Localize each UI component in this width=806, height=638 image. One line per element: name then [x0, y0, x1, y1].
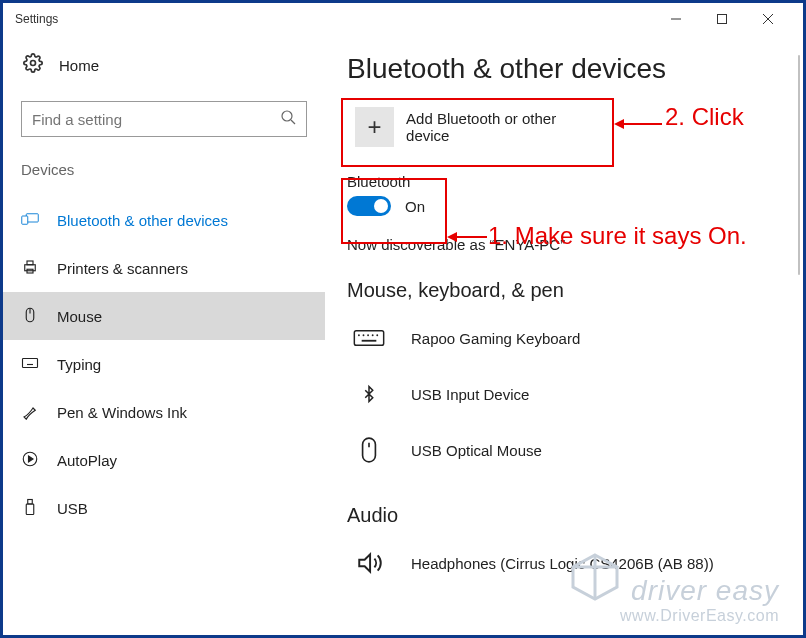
svg-marker-33	[359, 554, 370, 571]
nav-item-autoplay[interactable]: AutoPlay	[3, 436, 325, 484]
device-label: USB Optical Mouse	[411, 442, 542, 459]
main-content: Bluetooth & other devices + Add Bluetoot…	[325, 35, 803, 635]
device-list-input: Rapoo Gaming Keyboard USB Input Device U…	[347, 310, 781, 478]
bluetooth-label: Bluetooth	[347, 173, 781, 190]
printer-icon	[21, 258, 39, 279]
search-icon	[280, 109, 296, 129]
add-device-label: Add Bluetooth or other device	[406, 110, 599, 144]
device-list-audio: Headphones (Cirrus Logic CS4206B (AB 88)…	[347, 535, 781, 591]
minimize-button[interactable]	[653, 3, 699, 35]
window-title: Settings	[15, 12, 58, 26]
nav-item-usb[interactable]: USB	[3, 484, 325, 532]
nav-label: Pen & Windows Ink	[57, 404, 187, 421]
scrollbar[interactable]	[798, 55, 800, 275]
titlebar: Settings	[3, 3, 803, 35]
device-item[interactable]: Rapoo Gaming Keyboard	[347, 310, 781, 366]
svg-marker-21	[29, 456, 34, 462]
svg-rect-1	[718, 15, 727, 24]
bluetooth-state: On	[405, 198, 425, 215]
nav-list: Bluetooth & other devices Printers & sca…	[3, 196, 325, 532]
section-mouse-heading: Mouse, keyboard, & pen	[347, 279, 781, 302]
svg-rect-8	[22, 216, 28, 224]
bluetooth-icon	[351, 380, 387, 408]
bluetooth-toggle[interactable]	[347, 196, 391, 216]
nav-label: Bluetooth & other devices	[57, 212, 228, 229]
nav-item-printers[interactable]: Printers & scanners	[3, 244, 325, 292]
bluetooth-devices-icon	[21, 210, 39, 231]
home-button[interactable]: Home	[3, 35, 325, 95]
svg-rect-14	[23, 358, 38, 367]
nav-item-bluetooth[interactable]: Bluetooth & other devices	[3, 196, 325, 244]
maximize-button[interactable]	[699, 3, 745, 35]
nav-label: USB	[57, 500, 88, 517]
svg-point-4	[31, 61, 36, 66]
nav-label: Printers & scanners	[57, 260, 188, 277]
add-device-button[interactable]: + Add Bluetooth or other device	[347, 99, 607, 155]
section-header: Devices	[3, 161, 325, 196]
toggle-knob	[374, 199, 388, 213]
svg-line-6	[291, 120, 295, 124]
device-item[interactable]: USB Input Device	[347, 366, 781, 422]
svg-rect-22	[28, 499, 33, 504]
mouse-icon	[21, 306, 39, 327]
home-label: Home	[59, 57, 99, 74]
close-button[interactable]	[745, 3, 791, 35]
device-item[interactable]: Headphones (Cirrus Logic CS4206B (AB 88)…	[347, 535, 781, 591]
search-input[interactable]	[32, 111, 274, 128]
bluetooth-section: Bluetooth On	[347, 173, 781, 216]
mouse-icon	[351, 436, 387, 464]
svg-point-5	[282, 111, 292, 121]
svg-rect-24	[354, 331, 383, 346]
nav-label: AutoPlay	[57, 452, 117, 469]
device-label: Rapoo Gaming Keyboard	[411, 330, 580, 347]
sidebar: Home Devices Bluetooth & other devices P…	[3, 35, 325, 635]
svg-rect-23	[26, 504, 34, 515]
pen-icon	[21, 402, 39, 423]
device-item[interactable]: USB Optical Mouse	[347, 422, 781, 478]
nav-item-mouse[interactable]: Mouse	[3, 292, 325, 340]
window-controls	[653, 3, 791, 35]
nav-item-typing[interactable]: Typing	[3, 340, 325, 388]
keyboard-icon	[351, 324, 387, 352]
search-input-wrapper[interactable]	[21, 101, 307, 137]
keyboard-icon	[21, 354, 39, 375]
svg-rect-31	[363, 438, 376, 462]
nav-label: Typing	[57, 356, 101, 373]
speaker-icon	[351, 549, 387, 577]
device-label: USB Input Device	[411, 386, 529, 403]
plus-icon: +	[355, 107, 394, 147]
page-title: Bluetooth & other devices	[347, 53, 781, 85]
gear-icon	[23, 53, 43, 77]
autoplay-icon	[21, 450, 39, 471]
section-audio-heading: Audio	[347, 504, 781, 527]
nav-label: Mouse	[57, 308, 102, 325]
device-label: Headphones (Cirrus Logic CS4206B (AB 88)…	[411, 555, 714, 572]
nav-item-pen[interactable]: Pen & Windows Ink	[3, 388, 325, 436]
svg-rect-9	[25, 264, 36, 270]
discoverable-text: Now discoverable as “ENYA-PC”	[347, 236, 781, 253]
usb-icon	[21, 498, 39, 519]
svg-rect-10	[27, 261, 33, 265]
